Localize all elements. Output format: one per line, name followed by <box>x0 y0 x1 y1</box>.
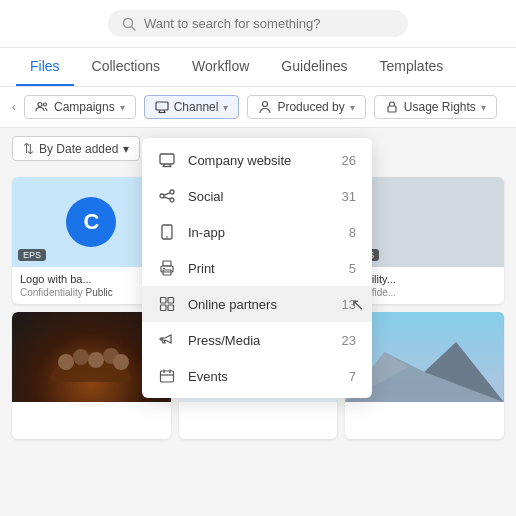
dropdown-label-press-media: Press/Media <box>188 333 330 348</box>
calendar-icon <box>158 367 176 385</box>
tablet-icon <box>158 223 176 241</box>
channel-dropdown: Company website 26 Social 31 In-app 8 <box>142 138 372 398</box>
person-icon <box>258 100 272 114</box>
dropdown-count-company-website: 26 <box>342 153 356 168</box>
dropdown-label-company-website: Company website <box>188 153 330 168</box>
svg-line-28 <box>164 197 170 199</box>
dropdown-item-social[interactable]: Social 31 <box>142 178 372 214</box>
filter-channel[interactable]: Channel ▾ <box>144 95 240 119</box>
dropdown-count-online-partners: 13 <box>342 297 356 312</box>
nav-tabs: Files Collections Workflow Guidelines Te… <box>0 48 516 87</box>
monitor-icon <box>158 151 176 169</box>
dropdown-item-online-partners[interactable]: Online partners 13 ↖ <box>142 286 372 322</box>
filter-produced-by[interactable]: Produced by ▾ <box>247 95 365 119</box>
dropdown-count-events: 7 <box>349 369 356 384</box>
svg-point-3 <box>44 103 47 106</box>
dropdown-count-press-media: 23 <box>342 333 356 348</box>
social-icon <box>158 187 176 205</box>
tab-files[interactable]: Files <box>16 48 74 86</box>
tab-templates[interactable]: Templates <box>366 48 458 86</box>
dropdown-label-in-app: In-app <box>188 225 337 240</box>
dropdown-label-events: Events <box>188 369 337 384</box>
svg-rect-39 <box>161 371 174 382</box>
search-bar <box>0 0 516 48</box>
search-icon <box>122 17 136 31</box>
filter-prev-icon[interactable]: ‹ <box>12 100 16 114</box>
tab-workflow[interactable]: Workflow <box>178 48 263 86</box>
svg-point-15 <box>113 354 129 370</box>
card-3-title: Facility... <box>353 273 496 285</box>
dropdown-count-social: 31 <box>342 189 356 204</box>
svg-rect-9 <box>388 106 396 112</box>
dropdown-count-print: 5 <box>349 261 356 276</box>
svg-point-11 <box>58 354 74 370</box>
print-icon <box>158 259 176 277</box>
dropdown-label-print: Print <box>188 261 337 276</box>
dropdown-count-in-app: 8 <box>349 225 356 240</box>
card-6-title <box>353 408 496 420</box>
svg-point-30 <box>166 236 168 238</box>
svg-line-27 <box>164 193 170 195</box>
filter-usage-rights[interactable]: Usage Rights ▾ <box>374 95 497 119</box>
svg-rect-36 <box>168 298 174 304</box>
svg-point-8 <box>263 102 268 107</box>
card-6-meta <box>353 422 496 433</box>
svg-point-2 <box>38 103 42 107</box>
users-icon <box>35 100 49 114</box>
search-input-wrap <box>108 10 408 37</box>
card-1-badge: EPS <box>18 249 46 261</box>
lock-icon <box>385 100 399 114</box>
card-5-title <box>187 408 330 420</box>
megaphone-icon <box>158 331 176 349</box>
tab-guidelines[interactable]: Guidelines <box>267 48 361 86</box>
sort-button[interactable]: ⇅ By Date added ▾ <box>12 136 140 161</box>
svg-point-25 <box>170 190 174 194</box>
svg-rect-31 <box>163 261 171 266</box>
svg-point-13 <box>88 352 104 368</box>
search-input[interactable] <box>144 16 394 31</box>
filter-bar: ‹ Campaigns ▾ Channel ▾ Produced by ▾ <box>0 87 516 128</box>
logo-icon: C <box>66 197 116 247</box>
grid-icon <box>158 295 176 313</box>
svg-rect-35 <box>161 298 167 304</box>
filter-campaigns[interactable]: Campaigns ▾ <box>24 95 136 119</box>
card-4-meta <box>20 422 163 433</box>
svg-rect-4 <box>156 102 168 110</box>
card-5-meta <box>187 422 330 433</box>
svg-rect-20 <box>160 154 174 164</box>
sort-icon: ⇅ <box>23 141 34 156</box>
dropdown-item-in-app[interactable]: In-app 8 <box>142 214 372 250</box>
dropdown-item-press-media[interactable]: Press/Media 23 <box>142 322 372 358</box>
dropdown-item-events[interactable]: Events 7 <box>142 358 372 394</box>
card-4-title <box>20 408 163 420</box>
dropdown-label-online-partners: Online partners <box>188 297 330 312</box>
svg-rect-38 <box>168 305 174 311</box>
svg-line-1 <box>132 26 136 30</box>
dropdown-item-print[interactable]: Print 5 <box>142 250 372 286</box>
card-3-meta: Confide... <box>353 287 496 298</box>
svg-point-12 <box>73 349 89 365</box>
monitor-icon <box>155 100 169 114</box>
tab-collections[interactable]: Collections <box>78 48 174 86</box>
team-visual <box>46 332 136 382</box>
svg-point-26 <box>170 198 174 202</box>
svg-rect-37 <box>161 305 167 311</box>
dropdown-item-company-website[interactable]: Company website 26 <box>142 142 372 178</box>
svg-point-24 <box>160 194 164 198</box>
dropdown-label-social: Social <box>188 189 330 204</box>
